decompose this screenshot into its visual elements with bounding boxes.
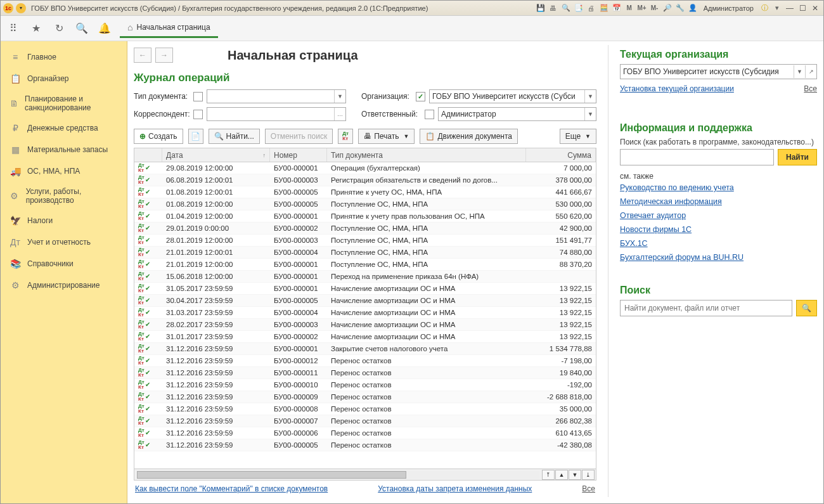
col-number[interactable]: Номер (270, 148, 327, 162)
chevron-down-icon[interactable]: ▼ (794, 65, 805, 78)
table-row[interactable]: ДтКт✔31.05.2017 23:59:59БУ00-000001Начис… (134, 283, 596, 295)
scroll-up-button[interactable]: ▲ (555, 470, 568, 480)
nav-back-button[interactable]: ← (134, 48, 151, 63)
cancel-search-button[interactable]: Отменить поиск (265, 129, 333, 144)
table-row[interactable]: ДтКт✔30.04.2017 23:59:59БУ00-000005Начис… (134, 295, 596, 307)
org-combo[interactable]: ГОБУ ВПО Университет искусств (Субси ▼ (429, 89, 596, 103)
info-find-button[interactable]: Найти (778, 149, 817, 165)
calendar-icon[interactable]: 📅 (611, 3, 622, 14)
find-button[interactable]: 🔍Найти... (209, 129, 260, 144)
doctype-combo[interactable]: ▼ (207, 89, 346, 103)
table-row[interactable]: ДтКт✔29.08.2019 12:00:00БУ00-000001Опера… (134, 162, 596, 174)
notifications-icon[interactable]: 🔔 (97, 21, 112, 36)
table-row[interactable]: ДтКт✔31.12.2016 23:59:59БУ00-000012Перен… (134, 355, 596, 367)
set-current-org-link[interactable]: Установка текущей организации (620, 84, 734, 93)
footer-link-comment[interactable]: Как вывести поле "Комментарий" в списке … (135, 484, 328, 493)
table-row[interactable]: ДтКт✔01.08.2019 12:00:01БУ00-000005Приня… (134, 186, 596, 198)
save-icon[interactable]: 💾 (535, 3, 546, 14)
h-scrollbar[interactable] (137, 471, 539, 479)
table-row[interactable]: ДтКт✔31.12.2016 23:59:59БУ00-000007Перен… (134, 415, 596, 427)
sidebar-item-0[interactable]: ≡Главное (1, 46, 127, 68)
open-icon[interactable]: ↗ (805, 65, 816, 78)
nav-forward-button[interactable]: → (155, 48, 173, 63)
table-row[interactable]: ДтКт✔21.01.2019 12:00:00БУ00-000001Посту… (134, 259, 596, 271)
global-search-button[interactable]: 🔍 (796, 300, 817, 316)
ellipsis-icon[interactable]: … (334, 108, 345, 120)
movements-button[interactable]: 📋Движения документа (420, 129, 518, 144)
footer-link-date[interactable]: Установка даты запрета изменения данных (378, 484, 532, 493)
info-dropdown-icon[interactable]: ▾ (771, 3, 783, 14)
table-row[interactable]: ДтКт✔28.02.2017 23:59:59БУ00-000003Начис… (134, 319, 596, 331)
mem-mminus-button[interactable]: M- (649, 3, 660, 14)
table-row[interactable]: ДтКт✔01.04.2019 12:00:00БУ00-000001Приня… (134, 210, 596, 223)
table-row[interactable]: ДтКт✔31.12.2016 23:59:59БУ00-000009Перен… (134, 391, 596, 403)
scroll-down-button[interactable]: ▼ (569, 470, 581, 480)
apps-grid-icon[interactable]: ⠿ (6, 21, 21, 36)
global-search-input[interactable] (620, 300, 792, 316)
scroll-top-button[interactable]: ⤒ (542, 470, 555, 480)
info-link[interactable]: Отвечает аудитор (620, 211, 817, 220)
table-row[interactable]: ДтКт✔31.12.2016 23:59:59БУ00-000008Перен… (134, 403, 596, 415)
sidebar-item-9[interactable]: 📚Справочники (1, 253, 127, 275)
tools-icon[interactable]: 🔧 (674, 3, 686, 14)
user-label[interactable]: Администратор (700, 4, 757, 12)
preview-icon[interactable]: 🔍 (560, 3, 572, 14)
sidebar-item-4[interactable]: ▦Материальные запасы (1, 139, 127, 160)
table-row[interactable]: ДтКт✔01.08.2019 12:00:00БУ00-000005Посту… (134, 198, 596, 210)
compare-icon[interactable]: 📑 (573, 3, 584, 14)
mem-m-button[interactable]: M (624, 3, 635, 14)
table-row[interactable]: ДтКт✔31.12.2016 23:59:59БУ00-000006Перен… (134, 427, 596, 439)
create-button[interactable]: ⊕Создать (134, 129, 183, 144)
info-link[interactable]: Руководство по ведению учета (620, 183, 817, 192)
mem-mplus-button[interactable]: M+ (636, 3, 648, 14)
table-row[interactable]: ДтКт✔28.01.2019 12:00:00БУ00-000003Посту… (134, 235, 596, 247)
table-row[interactable]: ДтКт✔31.01.2017 23:59:59БУ00-000002Начис… (134, 331, 596, 343)
sidebar-item-3[interactable]: ₽Денежные средства (1, 117, 127, 139)
sidebar-item-10[interactable]: ⚙Администрирование (1, 275, 127, 296)
app-menu-dropdown[interactable]: ▾ (16, 3, 26, 13)
info-search-input[interactable] (620, 149, 774, 165)
table-row[interactable]: ДтКт✔31.12.2016 23:59:59БУ00-000010Перен… (134, 379, 596, 391)
minimize-button[interactable]: — (784, 3, 795, 14)
table-row[interactable]: ДтКт✔29.01.2019 0:00:00БУ00-000002Поступ… (134, 223, 596, 235)
zoom-in-icon[interactable]: 🔎 (662, 3, 673, 14)
print2-icon[interactable]: 🖨 (586, 3, 597, 14)
info-icon[interactable]: ⓘ (759, 3, 770, 14)
corr-combo[interactable]: … (207, 107, 346, 121)
sidebar-item-7[interactable]: 🦅Налоги (1, 210, 127, 231)
history-icon[interactable]: ↻ (51, 21, 67, 36)
search-icon[interactable]: 🔍 (74, 21, 89, 36)
scroll-bottom-button[interactable]: ⤓ (582, 470, 595, 480)
table-row[interactable]: ДтКт✔06.08.2019 12:00:01БУ00-000003Регис… (134, 174, 596, 186)
sidebar-item-5[interactable]: 🚚ОС, НМА, НПА (1, 160, 127, 182)
info-link[interactable]: Новости фирмы 1С (620, 225, 817, 234)
favorites-icon[interactable]: ★ (29, 21, 44, 36)
table-row[interactable]: ДтКт✔31.12.2016 23:59:59БУ00-000011Перен… (134, 367, 596, 379)
table-row[interactable]: ДтКт✔15.06.2018 12:00:00БУ00-000001Перех… (134, 271, 596, 283)
table-row[interactable]: ДтКт✔31.03.2017 23:59:59БУ00-000004Начис… (134, 307, 596, 319)
sidebar-item-1[interactable]: 📋Органайзер (1, 68, 127, 89)
resp-combo[interactable]: Администратор ▼ (438, 107, 596, 121)
col-sum[interactable]: Сумма (526, 148, 596, 162)
current-org-combo[interactable]: ГОБУ ВПО Университет искусств (Субсидия … (620, 64, 817, 79)
sidebar-item-6[interactable]: ⚙Услуги, работы, производство (1, 182, 127, 210)
info-link[interactable]: БУХ.1С (620, 239, 817, 248)
chevron-down-icon[interactable]: ▼ (584, 90, 596, 103)
doctype-checkbox[interactable] (193, 92, 203, 101)
chevron-down-icon[interactable]: ▼ (584, 108, 596, 120)
col-type[interactable]: Тип документа (327, 148, 526, 162)
footer-link-all[interactable]: Все (582, 484, 595, 493)
sidebar-item-8[interactable]: ДтУчет и отчетность (1, 231, 127, 253)
org-checkbox[interactable] (416, 92, 425, 101)
copy-button[interactable]: 📄 (188, 129, 203, 144)
col-date[interactable]: Дата↑ (162, 148, 270, 162)
sidebar-item-2[interactable]: 🗎Планирование и санкционирование (1, 89, 127, 117)
calculator-icon[interactable]: 🧮 (598, 3, 610, 14)
corr-checkbox[interactable] (193, 110, 203, 119)
chevron-down-icon[interactable]: ▼ (334, 90, 345, 103)
close-button[interactable]: ✕ (809, 3, 821, 14)
print-icon[interactable]: 🖶 (548, 3, 559, 14)
info-link[interactable]: Методическая информация (620, 197, 817, 206)
resp-checkbox[interactable] (425, 110, 434, 119)
table-row[interactable]: ДтКт✔31.12.2016 23:59:59БУ00-000001Закры… (134, 343, 596, 355)
